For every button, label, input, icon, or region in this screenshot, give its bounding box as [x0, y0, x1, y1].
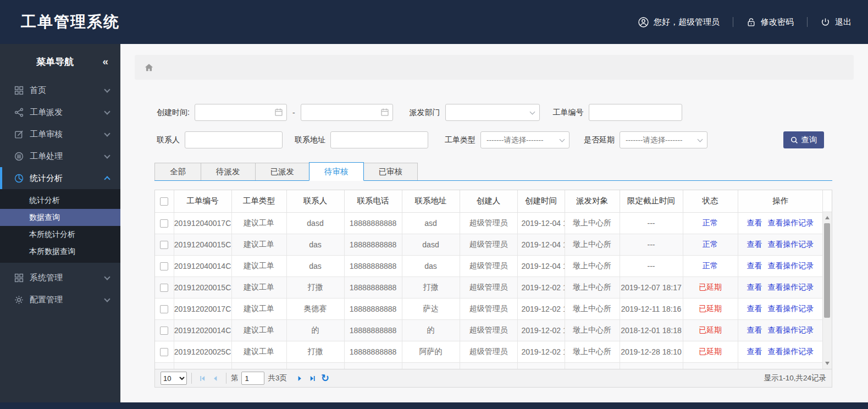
table-row: 201912040017C建议工单dasd18888888888asd超级管理员…: [155, 212, 823, 234]
sidebar-item-process[interactable]: 工单处理: [0, 145, 120, 167]
row-checkbox[interactable]: [160, 327, 168, 335]
cell-contact: das: [286, 234, 344, 255]
select-value: -------请选择-------: [486, 135, 543, 145]
database-icon: [14, 152, 24, 161]
table-row: 201912020015C建议工单打撒18888888888打撒超级管理员201…: [155, 277, 823, 298]
tab-all[interactable]: 全部: [154, 163, 201, 180]
sidebar-item-dispatch[interactable]: 工单派发: [0, 101, 120, 123]
chevron-down-icon: [104, 108, 110, 114]
divider: [191, 373, 192, 384]
row-checkbox[interactable]: [160, 284, 168, 292]
search-icon: [790, 136, 798, 144]
cell-phone: 18888888888: [344, 341, 402, 362]
tab-dispatched[interactable]: 已派发: [255, 163, 310, 180]
row-checkbox[interactable]: [160, 305, 168, 313]
cell-address: das: [402, 255, 460, 277]
sidebar-item-config[interactable]: 配置管理: [0, 289, 120, 311]
change-password-button[interactable]: 修改密码: [747, 17, 794, 27]
view-link[interactable]: 查看: [747, 261, 762, 270]
refresh-icon[interactable]: ↻: [321, 373, 329, 383]
page-number-input[interactable]: [241, 372, 264, 385]
column-header: 限定截止时间: [620, 190, 683, 212]
date-from-field: [195, 104, 287, 121]
user-greeting[interactable]: 您好，超级管理员: [638, 17, 720, 27]
cell-created: 2019-12-04 15: [517, 255, 565, 277]
scroll-down-icon[interactable]: [825, 362, 830, 365]
sidebar-item-home[interactable]: 首页: [0, 79, 120, 101]
sidebar-subitem-stats-analysis[interactable]: 统计分析: [0, 192, 120, 209]
cell-empty: [174, 362, 231, 369]
scrollbar-thumb[interactable]: [824, 223, 830, 318]
order-type-select[interactable]: -------请选择-------: [480, 131, 570, 148]
page-size-select[interactable]: 10: [161, 372, 187, 385]
view-link[interactable]: 查看: [747, 218, 762, 227]
chevron-down-icon: [104, 274, 110, 280]
table-scrollbar[interactable]: [822, 190, 832, 369]
bottom-bar: [0, 402, 868, 409]
delay-select[interactable]: -------请选择-------: [620, 131, 707, 148]
view-log-link[interactable]: 查看操作记录: [768, 325, 814, 334]
view-link[interactable]: 查看: [747, 304, 762, 313]
row-checkbox[interactable]: [160, 262, 168, 270]
view-link[interactable]: 查看: [747, 240, 762, 248]
checkbox-cell: [155, 234, 174, 255]
view-link[interactable]: 查看: [747, 325, 762, 334]
date-to-input[interactable]: [301, 104, 393, 121]
order-no-input[interactable]: [589, 104, 682, 121]
checkbox-cell: [155, 341, 174, 362]
sidebar-subitem-data-query[interactable]: 数据查询: [0, 209, 120, 226]
address-input[interactable]: [330, 131, 428, 148]
cell-deadline: 2019-12-07 18:17: [620, 277, 683, 298]
tab-pending-review[interactable]: 待审核: [309, 162, 364, 181]
search-button-label: 查询: [801, 135, 817, 145]
scroll-up-icon[interactable]: [825, 216, 830, 219]
view-log-link[interactable]: 查看操作记录: [768, 304, 814, 313]
sidebar-item-system[interactable]: 系统管理: [0, 267, 120, 289]
cell-address: dasd: [402, 234, 460, 255]
view-link[interactable]: 查看: [747, 347, 762, 356]
cell-type: 建议工单: [231, 319, 286, 341]
column-header: 创建时间: [517, 190, 565, 212]
contact-input[interactable]: [185, 131, 283, 148]
view-link[interactable]: 查看: [747, 283, 762, 291]
scrollbar-track[interactable]: [823, 212, 832, 369]
tab-pending-dispatch[interactable]: 待派发: [201, 163, 256, 180]
sidebar-item-label: 统计分析: [30, 173, 105, 184]
checkbox-cell: [155, 298, 174, 319]
first-page-button[interactable]: [196, 373, 209, 384]
home-icon[interactable]: [144, 63, 154, 73]
select-all-checkbox[interactable]: [160, 197, 168, 206]
view-log-link[interactable]: 查看操作记录: [768, 261, 814, 270]
cell-order_no: 201912020025C: [174, 341, 231, 362]
cell-order_no: 201912020015C: [174, 277, 231, 298]
cell-empty: [620, 362, 683, 369]
sidebar-subitem-branch-data-query[interactable]: 本所数据查询: [0, 243, 120, 260]
sidebar-item-stats[interactable]: 统计分析: [0, 167, 120, 189]
view-log-link[interactable]: 查看操作记录: [768, 347, 814, 356]
cell-order_no: 201912020014C: [174, 319, 231, 341]
dispatch-dept-select[interactable]: [445, 104, 540, 121]
next-page-button[interactable]: [294, 373, 306, 384]
prev-page-button[interactable]: [209, 373, 222, 384]
row-checkbox[interactable]: [160, 241, 168, 249]
calendar-icon[interactable]: [380, 108, 389, 117]
app-title: 工单管理系统: [21, 12, 120, 32]
sidebar-subitem-branch-stats[interactable]: 本所统计分析: [0, 226, 120, 243]
collapse-sidebar-icon[interactable]: «: [102, 56, 107, 68]
column-header: 派发对象: [565, 190, 620, 212]
date-from-input[interactable]: [195, 104, 287, 121]
sidebar-item-review[interactable]: 工单审核: [0, 123, 120, 145]
search-button[interactable]: 查询: [783, 131, 824, 148]
row-checkbox[interactable]: [160, 348, 168, 356]
pie-chart-icon: [14, 174, 24, 183]
view-log-link[interactable]: 查看操作记录: [768, 240, 814, 248]
view-log-link[interactable]: 查看操作记录: [768, 218, 814, 227]
last-page-button[interactable]: [306, 373, 319, 384]
view-log-link[interactable]: 查看操作记录: [768, 283, 814, 291]
row-checkbox[interactable]: [160, 219, 168, 228]
edit-icon: [14, 130, 24, 139]
cell-created: 2019-12-04 15: [517, 234, 565, 255]
logout-button[interactable]: 退出: [821, 17, 852, 27]
tab-reviewed[interactable]: 已审核: [363, 163, 418, 180]
calendar-icon[interactable]: [274, 108, 283, 117]
